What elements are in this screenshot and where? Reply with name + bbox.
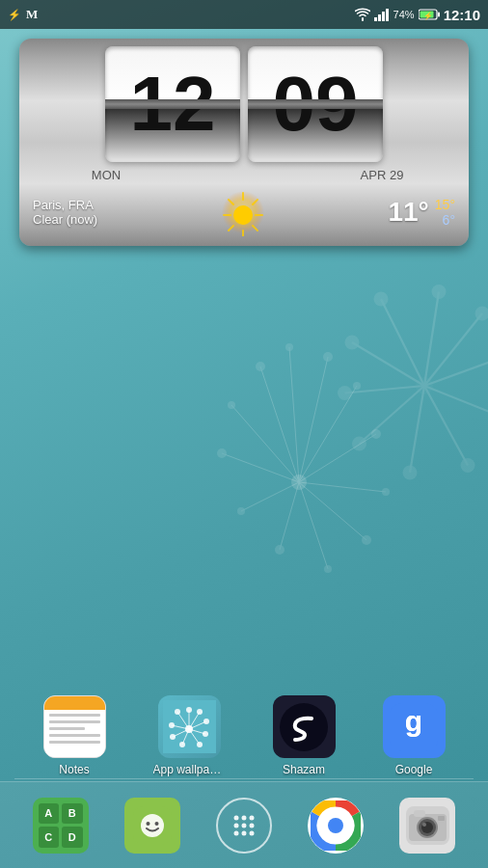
svg-point-93 (241, 815, 246, 820)
dock-item-abc[interactable]: A B C D (33, 798, 89, 854)
signal-icon (374, 8, 390, 21)
battery-icon: ⚡ (419, 9, 440, 20)
svg-point-76 (186, 707, 192, 713)
svg-point-42 (403, 466, 418, 480)
svg-point-80 (197, 742, 203, 747)
svg-rect-49 (386, 9, 389, 21)
svg-point-79 (203, 731, 208, 737)
svg-point-84 (280, 703, 328, 751)
clock-date-row: MON APR 29 (29, 168, 459, 182)
svg-rect-110 (414, 810, 425, 817)
wallpaper-icon (158, 695, 221, 758)
google-label: Google (395, 763, 433, 776)
svg-point-96 (241, 823, 246, 827)
svg-rect-46 (374, 17, 377, 21)
svg-text:g: g (405, 705, 422, 737)
camera-svg (406, 806, 449, 845)
svg-rect-51 (438, 13, 440, 17)
svg-point-82 (170, 734, 176, 740)
svg-line-11 (299, 357, 328, 482)
svg-point-109 (422, 823, 426, 827)
svg-point-45 (345, 336, 360, 350)
clock-widget[interactable]: 12 09 MON APR 29 Paris, FRA Clear (now) (19, 39, 469, 246)
svg-line-3 (222, 453, 299, 482)
status-left-icons: ⚡ M (8, 7, 38, 22)
svg-rect-47 (378, 14, 381, 21)
svg-point-13 (256, 362, 265, 371)
svg-point-95 (233, 823, 238, 827)
wallpaper-svg (163, 700, 216, 753)
camera-app-icon (399, 798, 455, 854)
temp-container: 11° 15° 6° (388, 197, 455, 228)
svg-point-77 (197, 709, 203, 715)
svg-line-30 (424, 386, 488, 415)
svg-point-98 (233, 830, 238, 835)
clock-day: MON (39, 168, 174, 182)
clock-bottom: Paris, FRA Clear (now) (29, 182, 459, 236)
messenger-svg (133, 806, 172, 845)
status-bar: ⚡ M 74% ⚡ 12:10 (0, 0, 488, 29)
svg-text:⚡: ⚡ (423, 11, 433, 20)
shazam-svg (280, 703, 328, 751)
google-svg: g g (390, 703, 438, 751)
notes-label: Notes (59, 763, 89, 776)
svg-point-16 (237, 507, 245, 515)
svg-point-19 (362, 535, 371, 545)
svg-line-29 (424, 357, 488, 386)
svg-line-8 (299, 482, 386, 492)
svg-point-103 (328, 818, 343, 833)
shazam-icon (273, 695, 336, 758)
svg-point-78 (203, 719, 209, 724)
dock-divider (14, 778, 474, 779)
abc-cell-a: A (39, 803, 60, 825)
svg-point-22 (353, 382, 361, 390)
dock-item-apps[interactable] (216, 798, 272, 854)
temp-low: 6° (435, 212, 455, 228)
dock-item-messenger[interactable] (124, 798, 180, 854)
svg-point-92 (233, 815, 238, 820)
flip-card-minute: 09 (248, 46, 383, 162)
clock-date: APR 29 (314, 168, 449, 182)
clock-minute: 09 (273, 66, 359, 143)
svg-point-17 (275, 545, 285, 555)
notes-lines (44, 710, 105, 757)
flip-card-hour: 12 (105, 46, 240, 162)
wallpaper-label: App wallpap... (153, 763, 226, 776)
svg-point-55 (233, 205, 253, 225)
abc-cell-c: C (39, 827, 60, 848)
google-icon: g g (383, 695, 446, 758)
abc-cell-d: D (62, 827, 83, 848)
svg-line-1 (260, 366, 299, 482)
app-item-wallpaper[interactable]: App wallpap... (153, 695, 226, 776)
svg-point-43 (352, 437, 366, 451)
svg-line-2 (231, 405, 299, 482)
app-item-notes[interactable]: Notes (43, 695, 106, 776)
notes-line-1 (49, 714, 100, 717)
flip-clock-row: 12 09 (29, 46, 459, 162)
shazam-label: Shazam (283, 763, 325, 776)
svg-point-37 (432, 285, 447, 299)
svg-line-31 (424, 386, 468, 466)
gmail-icon: M (26, 7, 38, 22)
svg-line-32 (410, 386, 424, 473)
notes-line-3 (49, 727, 85, 730)
sun-icon (219, 188, 267, 236)
status-time: 12:10 (444, 7, 480, 23)
dock-item-chrome[interactable] (308, 798, 364, 854)
wifi-icon (355, 8, 370, 21)
svg-point-94 (249, 815, 254, 820)
dock-item-camera[interactable] (399, 798, 455, 854)
svg-point-18 (324, 565, 332, 573)
app-grid: Notes (0, 695, 488, 776)
svg-point-44 (338, 386, 352, 400)
svg-point-81 (179, 742, 185, 747)
chrome-icon (308, 798, 364, 854)
svg-point-41 (461, 458, 475, 473)
app-item-shazam[interactable]: Shazam (273, 695, 336, 776)
notes-icon (43, 695, 106, 758)
svg-point-36 (374, 292, 389, 307)
app-item-google[interactable]: g g Google (383, 695, 446, 776)
svg-point-75 (175, 709, 180, 715)
svg-line-12 (289, 347, 299, 482)
notes-line-2 (49, 720, 100, 723)
